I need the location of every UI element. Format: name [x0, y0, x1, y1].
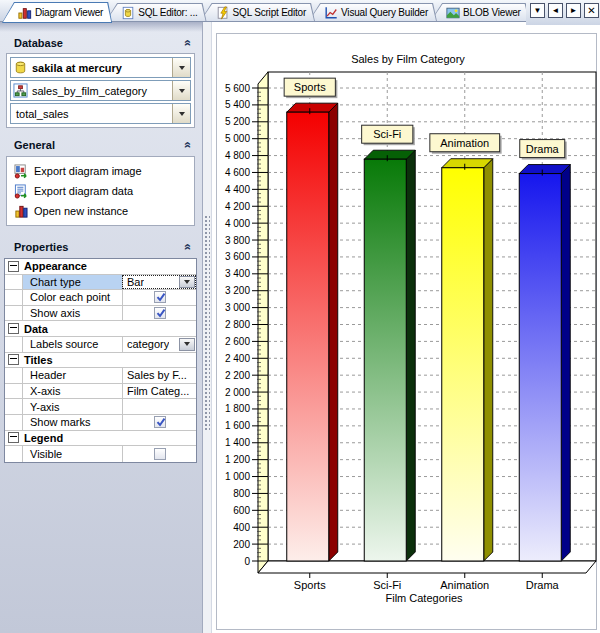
action-export-diagram-data[interactable]: Export diagram data	[9, 181, 192, 201]
property-value-cell[interactable]	[122, 399, 196, 414]
collapse-minus-icon[interactable]	[8, 261, 19, 272]
property-group-data[interactable]: Data	[5, 321, 196, 337]
y-axis-tick-label: 200	[233, 539, 250, 550]
property-value-cell[interactable]: Film Categ...	[122, 384, 196, 399]
y-axis-tick-label: 800	[233, 488, 250, 499]
tab-blob-viewer[interactable]: BLOB Viewer	[430, 3, 530, 22]
dropdown-button[interactable]	[179, 276, 195, 289]
collapse-minus-icon[interactable]	[8, 323, 19, 334]
y-axis-tick-label: 3 800	[225, 235, 250, 246]
y-axis-tick-label: 2 600	[225, 336, 250, 347]
action-export-diagram-image[interactable]: Export diagram image	[9, 161, 192, 181]
property-row-visible[interactable]: Visible	[5, 446, 196, 462]
checkbox-checked[interactable]	[154, 307, 166, 319]
collapse-chevron-icon[interactable]: »	[183, 142, 193, 149]
property-group-legend[interactable]: Legend	[5, 431, 196, 447]
script-lightning-icon	[216, 6, 230, 20]
property-row-show-axis[interactable]: Show axis	[5, 306, 196, 322]
combo-sales-by-film-category[interactable]: sales_by_film_category	[10, 80, 191, 101]
indent-cell	[5, 446, 23, 462]
category-label: Animation	[440, 579, 489, 591]
property-label: X-axis	[23, 384, 122, 399]
tab-sql-script-editor[interactable]: SQL Script Editor	[200, 3, 315, 22]
property-row-x-axis[interactable]: X-axisFilm Categ...	[5, 384, 196, 400]
property-value-cell[interactable]	[122, 446, 196, 462]
y-axis-tick-label: 1 800	[225, 403, 250, 414]
property-value-cell[interactable]: Bar	[122, 275, 196, 290]
tab-label: Diagram Viewer	[35, 7, 103, 18]
dropdown-button[interactable]	[172, 58, 190, 77]
property-row-chart-type[interactable]: Chart typeBar	[5, 275, 196, 291]
bar-sci-fi	[364, 150, 415, 561]
property-value-cell[interactable]	[122, 290, 196, 305]
dropdown-button[interactable]	[172, 81, 190, 100]
checkbox-unchecked[interactable]	[154, 448, 166, 460]
group-label: Appearance	[24, 260, 87, 272]
dropdown-arrow-icon	[179, 89, 185, 93]
properties-panel-header: Properties »	[6, 241, 195, 253]
right-arrow-icon: ►	[570, 7, 578, 15]
tab-visual-query-builder[interactable]: Visual Query Builder	[308, 3, 437, 22]
database-icon	[11, 60, 29, 75]
property-label: Chart type	[23, 275, 122, 290]
property-row-labels-source[interactable]: Labels sourcecategory	[5, 337, 196, 353]
checkbox-checked[interactable]	[154, 416, 166, 428]
property-value-cell[interactable]: Sales by F...	[122, 368, 196, 383]
dropdown-button[interactable]	[179, 338, 195, 351]
property-group-appearance[interactable]: Appearance	[5, 259, 196, 275]
svg-text:Drama: Drama	[526, 143, 560, 155]
category-label: Sci-Fi	[373, 579, 401, 591]
property-label: Show marks	[23, 415, 122, 430]
diagram-viewer-app: Diagram ViewerSQL Editor: ...SQL Script …	[0, 0, 600, 633]
new-instance-icon	[14, 204, 29, 219]
collapse-chevron-icon[interactable]: »	[183, 40, 193, 47]
property-row-show-marks[interactable]: Show marks	[5, 415, 196, 431]
indent-cell	[5, 290, 23, 305]
checkbox-checked[interactable]	[154, 291, 166, 303]
database-panel-title: Database	[14, 37, 63, 49]
y-axis-tick-label: 1 400	[225, 437, 250, 448]
tab-diagram-viewer[interactable]: Diagram Viewer	[2, 2, 112, 23]
tab-list-button[interactable]: ▼	[530, 3, 545, 18]
action-label: Open new instance	[34, 205, 128, 217]
property-value-cell[interactable]	[122, 415, 196, 430]
sidebar-splitter[interactable]	[202, 22, 212, 633]
action-open-new-instance[interactable]: Open new instance	[9, 201, 192, 221]
tab-label: BLOB Viewer	[463, 7, 521, 18]
combo-sakila-at-mercury[interactable]: sakila at mercury	[10, 57, 191, 78]
collapse-minus-icon[interactable]	[8, 354, 19, 365]
image-icon	[446, 6, 460, 20]
dropdown-button[interactable]	[172, 104, 190, 123]
collapse-minus-icon[interactable]	[8, 432, 19, 443]
y-axis-tick-label: 5 400	[225, 99, 250, 110]
dropdown-arrow-icon	[184, 280, 190, 284]
tab-sql-editor[interactable]: SQL Editor: ...	[105, 3, 206, 22]
y-axis-tick-label: 5 000	[225, 133, 250, 144]
property-row-y-axis[interactable]: Y-axis	[5, 399, 196, 415]
close-tab-button[interactable]: ✕	[584, 3, 599, 18]
y-axis-tick-label: 2 800	[225, 319, 250, 330]
bar-animation	[442, 159, 493, 561]
property-row-color-each-point[interactable]: Color each point	[5, 290, 196, 306]
collapse-chevron-icon[interactable]: »	[183, 244, 193, 251]
properties-panel-title: Properties	[14, 241, 68, 253]
tab-label: Visual Query Builder	[341, 7, 428, 18]
property-value-cell[interactable]	[122, 306, 196, 321]
property-group-titles[interactable]: Titles	[5, 353, 196, 369]
scroll-left-button[interactable]: ◄	[548, 3, 563, 18]
combo-total-sales[interactable]: total_sales	[10, 103, 191, 124]
splitter-grip-icon	[204, 215, 210, 430]
scroll-right-button[interactable]: ►	[566, 3, 581, 18]
y-axis-tick-label: 4 200	[225, 201, 250, 212]
property-row-header[interactable]: HeaderSales by F...	[5, 368, 196, 384]
chart-floor	[258, 561, 596, 573]
export-image-icon	[14, 164, 29, 179]
general-panel-title: General	[14, 139, 55, 151]
group-label: Titles	[24, 354, 53, 366]
property-label: Color each point	[23, 290, 122, 305]
property-value-cell[interactable]: category	[122, 337, 196, 352]
y-axis-tick-label: 1 200	[225, 454, 250, 465]
action-label: Export diagram image	[34, 165, 142, 177]
y-axis-tick-label: 400	[233, 522, 250, 533]
y-axis-tick-label: 1 600	[225, 420, 250, 431]
